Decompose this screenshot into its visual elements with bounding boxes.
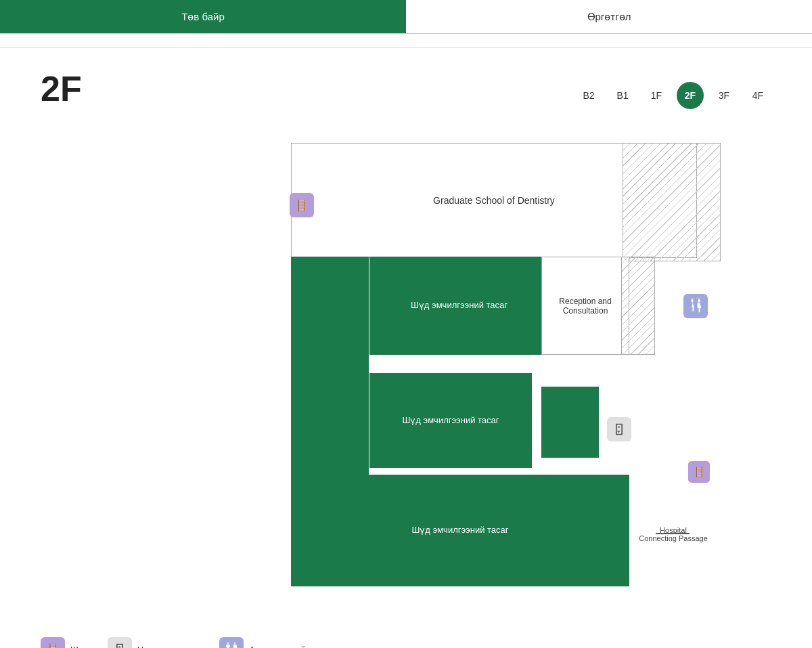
elevator-mid (604, 414, 634, 444)
header-tabs: Төв байр Өргөтгөл (0, 0, 812, 34)
stairs-topleft: 🪜 (290, 193, 317, 220)
legend-restroom: Ариун цэврийн өрөө (219, 637, 334, 648)
legend-stairs-icon: 🪜 (41, 637, 65, 648)
reception-area: Reception andConsultation (541, 257, 629, 355)
tab-extension[interactable]: Өргөтгөл (406, 0, 812, 33)
hatched-area-top-right (623, 143, 721, 261)
elevator-icon (607, 417, 631, 441)
svg-point-1 (698, 299, 699, 300)
stairs-right-bottom: 🪜 (688, 461, 713, 485)
dental-top-area: Шүд эмчилгээний тасаг (369, 257, 549, 355)
tab-main[interactable]: Төв байр (0, 0, 406, 33)
legend-stairs: 🪜 Шат (41, 637, 87, 648)
floor-btn-b2[interactable]: B2 (575, 82, 602, 109)
nav-bar (0, 34, 812, 48)
legend-elevator: Цахилгаан шат (108, 637, 200, 648)
svg-point-0 (691, 299, 692, 300)
floor-btn-4f[interactable]: 4F (744, 82, 771, 109)
stairs-icon-topleft: 🪜 (290, 193, 314, 217)
svg-point-3 (234, 643, 235, 644)
svg-point-2 (227, 643, 229, 644)
floor-selector: B2 B1 1F 2F 3F 4F (575, 82, 771, 109)
hospital-passage-line (656, 533, 690, 534)
legend: 🪜 Шат Цахилгаан шат Ариун цэврийн ө (27, 637, 785, 648)
legend-restroom-icon (219, 637, 244, 648)
floor-btn-b1[interactable]: B1 (609, 82, 636, 109)
legend-elevator-icon (108, 637, 132, 648)
floor-btn-2f[interactable]: 2F (677, 82, 704, 109)
hospital-passage: HospitalConnecting Passage (633, 505, 714, 546)
restroom-icon (683, 294, 708, 318)
floor-map: Graduate School of Dentistry 🪜 Шүд эмчил… (27, 143, 771, 617)
stairs-icon-right-bottom: 🪜 (688, 461, 710, 483)
hatched-small (621, 257, 655, 355)
main-content: 2F B2 B1 1F 2F 3F 4F Graduate School of … (0, 48, 812, 648)
floor-btn-3f[interactable]: 3F (710, 82, 738, 109)
teal-small-right (541, 387, 599, 458)
restroom-right (677, 257, 714, 355)
dental-bottom-area: Шүд эмчилгээний тасаг (291, 475, 629, 586)
floor-btn-1f[interactable]: 1F (643, 82, 670, 109)
floor-label: 2F (41, 68, 82, 109)
dental-mid-area: Шүд эмчилгээний тасаг (369, 373, 532, 468)
